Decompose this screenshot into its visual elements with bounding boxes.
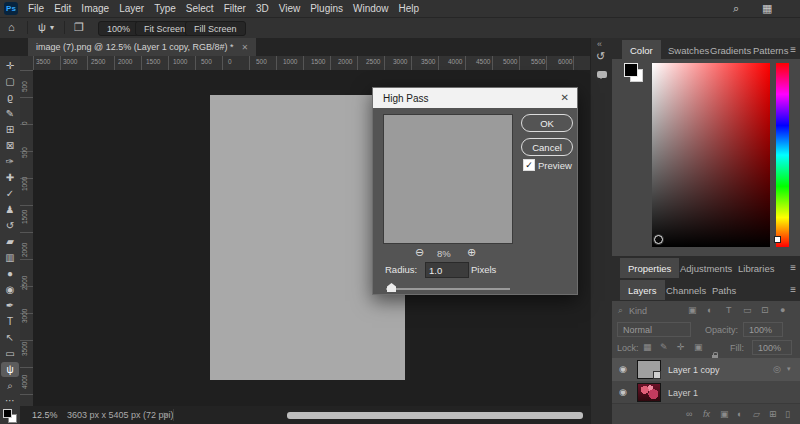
layer-effects-icon[interactable]: fx — [703, 409, 710, 419]
menu-plugins[interactable]: Plugins — [310, 3, 343, 14]
menu-image[interactable]: Image — [81, 3, 109, 14]
zoom-level[interactable]: 12.5% — [32, 410, 58, 420]
gradient-tool[interactable]: ▥ — [1, 250, 19, 265]
menu-view[interactable]: View — [279, 3, 301, 14]
hand-tool-icon[interactable]: ψ — [38, 21, 46, 33]
filter-pixel-layers-icon[interactable]: ▣ — [688, 305, 697, 315]
menu-file[interactable]: File — [28, 3, 44, 14]
tab-paths[interactable]: Paths — [704, 280, 744, 300]
search-icon[interactable]: ⌕ — [733, 2, 739, 15]
link-layers-icon[interactable]: ∞ — [686, 409, 692, 419]
ok-button[interactable]: OK — [521, 114, 573, 132]
filter-smart-objects-icon[interactable]: ⊡ — [761, 305, 769, 315]
search-icon[interactable]: ⌕ — [618, 305, 623, 316]
chevron-down-icon[interactable]: ▾ — [50, 23, 54, 32]
history-panel-icon[interactable]: ↺ — [596, 50, 605, 63]
home-icon[interactable]: ⌂ — [8, 21, 15, 33]
panel-menu-icon[interactable]: ≡ — [790, 262, 796, 273]
foreground-color-swatch[interactable] — [3, 409, 12, 418]
zoom-tool[interactable]: ⌕ — [1, 378, 19, 393]
new-layer-icon[interactable]: ⊞ — [769, 409, 777, 419]
object-selection-tool[interactable]: ✎ — [1, 106, 19, 121]
panel-menu-icon[interactable]: ≡ — [790, 44, 796, 55]
comments-panel-icon[interactable] — [597, 71, 607, 78]
new-group-icon[interactable]: ▱ — [753, 409, 760, 419]
close-tab-icon[interactable]: ✕ — [242, 43, 249, 52]
history-brush-tool[interactable]: ↺ — [1, 218, 19, 233]
menu-filter[interactable]: Filter — [224, 3, 246, 14]
marquee-tool[interactable]: ▢ — [1, 74, 19, 89]
spot-healing-tool[interactable]: ✚ — [1, 170, 19, 185]
tab-properties[interactable]: Properties — [620, 258, 679, 278]
color-cursor[interactable] — [654, 235, 663, 244]
scroll-all-windows-icon[interactable]: ❐ — [74, 21, 84, 34]
menu-select[interactable]: Select — [186, 3, 214, 14]
menu-help[interactable]: Help — [399, 3, 420, 14]
menu-window[interactable]: Window — [353, 3, 389, 14]
zoom-100-button[interactable]: 100% — [98, 21, 139, 36]
type-tool[interactable]: T — [1, 314, 19, 329]
filter-shape-layers-icon[interactable]: ▭ — [743, 305, 752, 315]
dialog-close-icon[interactable]: ✕ — [561, 92, 569, 103]
workspace-switcher-icon[interactable]: ▦ — [762, 2, 772, 15]
layer-name[interactable]: Layer 1 — [668, 388, 698, 398]
eyedropper-tool[interactable]: ✑ — [1, 154, 19, 169]
move-tool[interactable]: ✛ — [1, 58, 19, 73]
lock-position-icon[interactable]: ✛ — [677, 342, 685, 352]
filter-type-layers-icon[interactable]: T — [726, 305, 732, 315]
fill-screen-button[interactable]: Fill Screen — [185, 21, 246, 36]
brush-tool[interactable]: ✓ — [1, 186, 19, 201]
path-selection-tool[interactable]: ↖ — [1, 330, 19, 345]
dodge-tool[interactable]: ◉ — [1, 282, 19, 297]
lock-paint-icon[interactable]: ✎ — [660, 342, 668, 352]
layer-thumbnail[interactable] — [637, 360, 661, 379]
lock-artboard-icon[interactable]: ▣ — [694, 342, 703, 352]
tab-libraries[interactable]: Libraries — [730, 258, 782, 278]
delete-layer-icon[interactable]: ▯ — [785, 409, 790, 419]
menu-type[interactable]: Type — [154, 3, 176, 14]
tab-color[interactable]: Color — [622, 40, 661, 60]
photoshop-logo-icon[interactable]: Ps — [4, 2, 18, 15]
more-tools-icon[interactable]: ⋯ — [1, 393, 19, 408]
foreground-color-swatch[interactable] — [624, 63, 638, 77]
filter-toggle-icon[interactable]: ● — [780, 305, 785, 315]
rectangle-tool[interactable]: ▭ — [1, 346, 19, 361]
zoom-in-icon[interactable]: ⊕ — [467, 246, 476, 259]
menu-layer[interactable]: Layer — [119, 3, 144, 14]
filter-adjustment-layers-icon[interactable]: ◐ — [707, 305, 712, 315]
radius-input[interactable] — [425, 262, 469, 278]
layer-thumbnail[interactable] — [637, 383, 661, 402]
hue-slider-marker[interactable] — [774, 236, 781, 243]
blur-tool[interactable]: ● — [1, 266, 19, 281]
collapse-panels-icon[interactable]: « — [597, 39, 602, 49]
frame-tool[interactable]: ⊠ — [1, 138, 19, 153]
horizontal-scrollbar[interactable] — [287, 412, 583, 419]
smart-filter-icon[interactable]: ◎ — [773, 364, 781, 374]
blend-mode-select[interactable]: Normal — [617, 322, 691, 337]
tab-patterns[interactable]: Patterns — [745, 40, 796, 60]
cancel-button[interactable]: Cancel — [521, 138, 573, 156]
adjustment-layer-icon[interactable]: ◐ — [737, 409, 742, 419]
menu-edit[interactable]: Edit — [54, 3, 71, 14]
pen-tool[interactable]: ✒ — [1, 298, 19, 313]
saturation-brightness-field[interactable] — [652, 63, 770, 247]
fill-select[interactable]: 100% — [752, 340, 792, 355]
crop-tool[interactable]: ⊞ — [1, 122, 19, 137]
layer-row-1[interactable]: ◉ Layer 1 copy ◎ ▾ — [612, 358, 800, 381]
menu-3d[interactable]: 3D — [256, 3, 269, 14]
status-expand-icon[interactable]: > — [163, 410, 168, 420]
layer-name[interactable]: Layer 1 copy — [668, 365, 720, 375]
dialog-title-bar[interactable]: High Pass ✕ — [373, 88, 577, 108]
eye-icon[interactable]: ◉ — [619, 364, 627, 374]
zoom-out-icon[interactable]: ⊖ — [415, 246, 424, 259]
opacity-select[interactable]: 100% — [743, 322, 783, 337]
document-tab[interactable]: image (7).png @ 12.5% (Layer 1 copy, RGB… — [28, 38, 256, 56]
chevron-down-icon[interactable]: ▾ — [787, 365, 791, 373]
lock-transparency-icon[interactable]: ▦ — [643, 342, 652, 352]
panel-menu-icon[interactable]: ≡ — [790, 284, 796, 295]
eye-icon[interactable]: ◉ — [619, 387, 627, 397]
filter-preview-image[interactable] — [383, 114, 513, 244]
eraser-tool[interactable]: ▰ — [1, 234, 19, 249]
preview-checkbox[interactable]: ✓ — [523, 159, 535, 171]
hand-tool[interactable]: ψ — [1, 362, 19, 377]
